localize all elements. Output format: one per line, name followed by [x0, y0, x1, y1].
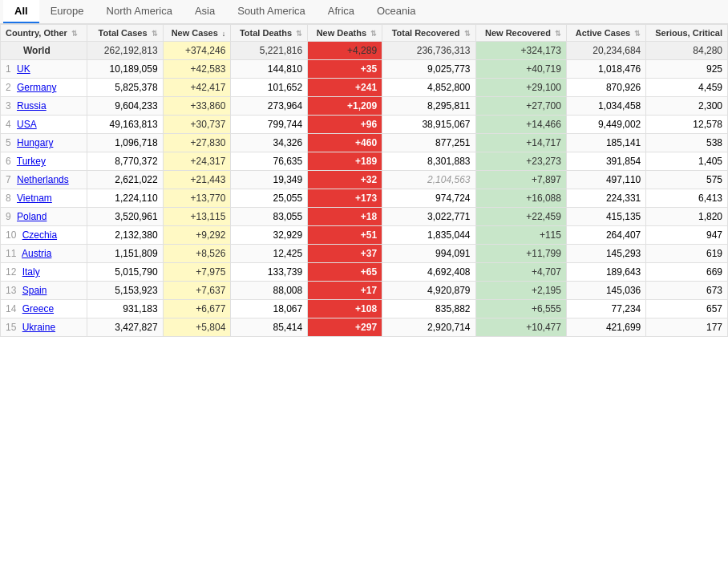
tab-all[interactable]: All: [3, 0, 39, 23]
country-link[interactable]: Poland: [17, 211, 47, 222]
country-link[interactable]: UK: [17, 63, 30, 75]
serious-cell: 6,413: [646, 189, 728, 208]
total-deaths-cell: 133,739: [231, 263, 308, 282]
new-deaths-cell: +37: [308, 245, 382, 263]
new-deaths-cell: +460: [308, 134, 382, 152]
header-country[interactable]: Country, Other ⇅: [1, 25, 87, 42]
rank-cell: 15 Ukraine: [1, 318, 87, 337]
new-deaths-cell: +241: [308, 79, 382, 97]
sort-new-recovered-icon: ⇅: [555, 30, 561, 38]
new-recovered-cell: +6,555: [475, 300, 566, 318]
total-cases-cell: 5,825,378: [87, 79, 164, 97]
world-total-recovered: 236,736,313: [382, 42, 475, 60]
table-row: 1 UK 10,189,059 +42,583 144,810 +35 9,02…: [1, 60, 728, 79]
header-new-deaths[interactable]: New Deaths ⇅: [308, 25, 382, 42]
total-cases-cell: 8,770,372: [87, 152, 164, 171]
country-link[interactable]: Austria: [22, 248, 51, 259]
new-recovered-cell: +11,799: [475, 245, 566, 263]
country-link[interactable]: Ukraine: [22, 322, 55, 333]
row-num: 10: [6, 229, 16, 241]
row-num: 5: [6, 137, 11, 148]
country-link[interactable]: Spain: [22, 285, 47, 296]
sort-country-icon: ⇅: [71, 30, 78, 38]
row-num: 2: [6, 82, 11, 93]
serious-cell: 657: [646, 300, 728, 318]
header-new-recovered[interactable]: New Recovered ⇅: [475, 25, 566, 42]
new-cases-cell: +8,526: [163, 245, 231, 263]
total-cases-cell: 1,224,110: [87, 189, 164, 208]
active-cases-cell: 189,643: [566, 263, 645, 282]
active-cases-cell: 77,234: [566, 300, 645, 318]
total-deaths-cell: 32,929: [231, 226, 308, 245]
new-deaths-cell: +173: [308, 189, 382, 208]
country-link[interactable]: Hungary: [17, 137, 53, 148]
total-cases-cell: 49,163,813: [87, 116, 164, 134]
total-recovered-cell: 4,852,800: [382, 79, 475, 97]
active-cases-cell: 9,449,002: [566, 116, 645, 134]
row-num: 1: [6, 63, 11, 75]
new-cases-cell: +6,677: [163, 300, 231, 318]
table-row: 5 Hungary 1,096,718 +27,830 34,326 +460 …: [1, 134, 728, 152]
new-recovered-cell: +14,717: [475, 134, 566, 152]
new-recovered-cell: +29,100: [475, 79, 566, 97]
rank-cell: 2 Germany: [1, 79, 87, 97]
total-recovered-cell: 877,251: [382, 134, 475, 152]
table-row: 15 Ukraine 3,427,827 +5,804 85,414 +297 …: [1, 318, 728, 337]
total-recovered-cell: 4,692,408: [382, 263, 475, 282]
header-serious[interactable]: Serious, Critical: [646, 25, 728, 42]
country-link[interactable]: Czechia: [22, 229, 57, 241]
country-link[interactable]: Greece: [22, 303, 54, 314]
header-total-recovered[interactable]: Total Recovered ⇅: [382, 25, 475, 42]
serious-cell: 2,300: [646, 97, 728, 116]
total-deaths-cell: 12,425: [231, 245, 308, 263]
new-cases-cell: +42,417: [163, 79, 231, 97]
country-link[interactable]: Turkey: [17, 156, 46, 167]
row-num: 7: [6, 174, 11, 185]
rank-cell: 9 Poland: [1, 208, 87, 226]
rank-cell: 8 Vietnam: [1, 189, 87, 208]
country-link[interactable]: Vietnam: [17, 193, 52, 204]
header-total-deaths[interactable]: Total Deaths ⇅: [231, 25, 308, 42]
active-cases-cell: 145,293: [566, 245, 645, 263]
country-link[interactable]: Netherlands: [17, 174, 69, 185]
country-link[interactable]: Italy: [22, 266, 40, 278]
serious-cell: 575: [646, 171, 728, 189]
table-row: 3 Russia 9,604,233 +33,860 273,964 +1,20…: [1, 97, 728, 116]
new-deaths-cell: +18: [308, 208, 382, 226]
header-active-cases[interactable]: Active Cases ⇅: [566, 25, 645, 42]
header-total-cases[interactable]: Total Cases ⇅: [87, 25, 164, 42]
total-recovered-cell: 8,295,811: [382, 97, 475, 116]
total-recovered-cell: 3,022,771: [382, 208, 475, 226]
table-row: 4 USA 49,163,813 +30,737 799,744 +96 38,…: [1, 116, 728, 134]
world-row: World 262,192,813 +374,246 5,221,816 +4,…: [1, 42, 728, 60]
active-cases-cell: 1,034,458: [566, 97, 645, 116]
country-link[interactable]: USA: [17, 119, 37, 130]
country-link[interactable]: Russia: [17, 100, 47, 112]
tab-oceania[interactable]: Oceania: [366, 0, 427, 23]
header-new-cases[interactable]: New Cases ↓: [163, 25, 231, 42]
active-cases-cell: 145,036: [566, 282, 645, 300]
rank-cell: 10 Czechia: [1, 226, 87, 245]
new-deaths-cell: +189: [308, 152, 382, 171]
sort-total-recovered-icon: ⇅: [464, 30, 471, 38]
total-deaths-cell: 88,008: [231, 282, 308, 300]
tab-asia[interactable]: Asia: [184, 0, 226, 23]
active-cases-cell: 391,854: [566, 152, 645, 171]
total-cases-cell: 2,132,380: [87, 226, 164, 245]
tab-north-america[interactable]: North America: [95, 0, 184, 23]
tab-south-america[interactable]: South America: [226, 0, 317, 23]
serious-cell: 1,820: [646, 208, 728, 226]
active-cases-cell: 1,018,476: [566, 60, 645, 79]
tab-europe[interactable]: Europe: [39, 0, 95, 23]
total-recovered-cell: 994,091: [382, 245, 475, 263]
new-recovered-cell: +16,088: [475, 189, 566, 208]
serious-cell: 947: [646, 226, 728, 245]
total-cases-cell: 931,183: [87, 300, 164, 318]
total-recovered-cell: 2,104,563: [382, 171, 475, 189]
row-num: 6: [6, 156, 11, 167]
tab-africa[interactable]: Africa: [317, 0, 366, 23]
country-link[interactable]: Germany: [17, 82, 56, 93]
tab-bar: All Europe North America Asia South Amer…: [0, 0, 728, 24]
serious-cell: 4,459: [646, 79, 728, 97]
new-cases-cell: +7,637: [163, 282, 231, 300]
